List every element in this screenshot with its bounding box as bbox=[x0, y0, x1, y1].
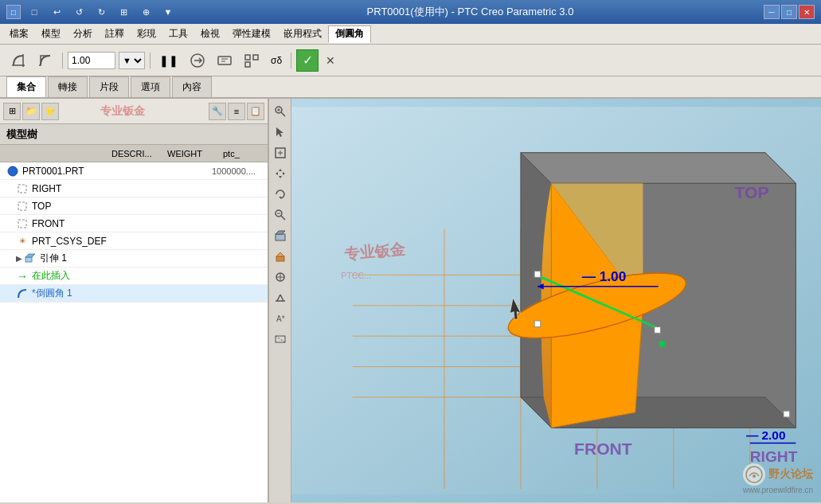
svg-marker-26 bbox=[283, 172, 285, 175]
vt-rotate[interactable] bbox=[271, 185, 290, 204]
svg-text:— 1.00: — 1.00 bbox=[582, 268, 627, 284]
watermark-text: 专业钣金 bbox=[100, 104, 145, 119]
svg-rect-6 bbox=[245, 55, 250, 60]
lt-btn-1[interactable]: ⊞ bbox=[3, 103, 21, 120]
svg-marker-32 bbox=[276, 231, 285, 234]
maximize-button[interactable]: □ bbox=[781, 5, 797, 19]
tree-item-csys[interactable]: ✳ PRT_CSYS_DEF bbox=[0, 232, 268, 250]
menu-analysis[interactable]: 分析 bbox=[67, 25, 99, 43]
vt-section[interactable] bbox=[271, 330, 290, 349]
tree-item-top[interactable]: TOP bbox=[0, 197, 268, 215]
right-label: RIGHT bbox=[32, 183, 268, 194]
preview-button[interactable] bbox=[213, 49, 237, 72]
vt-select[interactable] bbox=[271, 123, 290, 142]
svg-text:— 2.00: — 2.00 bbox=[746, 428, 785, 442]
svg-rect-12 bbox=[18, 220, 26, 228]
csys-icon: ✳ bbox=[16, 235, 29, 248]
tree-items: PRT0001.PRT 1000000.... RIGHT TOP bbox=[0, 162, 268, 502]
svg-rect-13 bbox=[25, 257, 32, 262]
lt-btn-3[interactable]: ⭐ bbox=[41, 103, 59, 120]
tab-segment[interactable]: 片段 bbox=[89, 76, 129, 97]
tree-item-extrude1[interactable]: ▶ 引伸 1 bbox=[0, 250, 268, 268]
toolbar-extra[interactable]: ⊞ bbox=[115, 3, 132, 21]
vt-display-style[interactable] bbox=[271, 247, 290, 266]
cancel-button[interactable]: ✕ bbox=[322, 52, 339, 69]
svg-marker-19 bbox=[276, 127, 283, 137]
lt-btn-4[interactable]: 🔧 bbox=[209, 103, 226, 120]
vt-zoom-fit[interactable] bbox=[271, 143, 290, 162]
top-label: TOP bbox=[32, 201, 268, 212]
fillet-type-1[interactable] bbox=[6, 49, 30, 72]
lt-btn-2[interactable]: 📁 bbox=[22, 103, 40, 120]
vt-zoom-in[interactable] bbox=[271, 102, 290, 121]
left-panel: ⊞ 📁 ⭐ 专业钣金 🔧 ≡ 📋 模型樹 DESCRI... WEIGHT pt… bbox=[0, 99, 269, 502]
tab-transition[interactable]: 轉接 bbox=[48, 76, 88, 97]
col-ptc: ptc_ bbox=[223, 149, 255, 158]
toolbar-open[interactable]: ↩ bbox=[48, 3, 65, 21]
tab-content[interactable]: 內容 bbox=[172, 76, 212, 97]
menu-render[interactable]: 彩現 bbox=[131, 25, 162, 43]
logo-url: www.proewildfire.cn bbox=[743, 486, 813, 494]
section-view[interactable]: σδ bbox=[267, 49, 286, 72]
menu-fillet[interactable]: 倒圓角 bbox=[328, 25, 371, 43]
csys-label: PRT_CSYS_DEF bbox=[32, 236, 268, 247]
close-button[interactable]: ✕ bbox=[799, 5, 815, 19]
viewport[interactable]: — 1.00 — 2.00 TOP FRONT RIGHT 专业钣金 PTCC.… bbox=[291, 99, 821, 502]
prt-value: 1000000.... bbox=[212, 166, 268, 176]
menu-model[interactable]: 模型 bbox=[35, 25, 67, 43]
menu-view[interactable]: 檢視 bbox=[194, 25, 226, 43]
left-toolbar: ⊞ 📁 ⭐ 专业钣金 🔧 ≡ 📋 bbox=[0, 99, 268, 124]
tab-set[interactable]: 集合 bbox=[6, 76, 46, 97]
radius-dropdown[interactable]: ▼ bbox=[119, 52, 145, 69]
svg-rect-7 bbox=[253, 55, 258, 60]
toolbar-more[interactable]: ⊕ bbox=[137, 3, 154, 21]
vt-perspective[interactable] bbox=[271, 288, 290, 307]
logo-watermark: 野火论坛 www.proewildfire.cn bbox=[743, 463, 813, 494]
svg-marker-34 bbox=[276, 252, 284, 256]
lt-btn-6[interactable]: 📋 bbox=[247, 103, 264, 120]
menu-file[interactable]: 檔案 bbox=[3, 25, 35, 43]
svg-point-80 bbox=[753, 475, 756, 478]
vt-view-orient[interactable] bbox=[271, 226, 290, 245]
pause-button[interactable]: ❚❚ bbox=[155, 49, 182, 72]
fillet-type-2[interactable] bbox=[33, 49, 57, 72]
vt-annotation[interactable]: A* bbox=[271, 309, 290, 328]
accept-button[interactable]: ✓ bbox=[296, 49, 319, 72]
tab-options[interactable]: 選項 bbox=[131, 76, 170, 97]
svg-line-29 bbox=[281, 216, 285, 220]
col-headers: DESCRI... WEIGHT ptc_ bbox=[0, 145, 268, 162]
svg-rect-31 bbox=[276, 234, 285, 240]
tree-item-fillet1[interactable]: *倒圓角 1 bbox=[0, 285, 268, 303]
menu-flexible[interactable]: 彈性建模 bbox=[226, 25, 277, 43]
title-bar: □ □ ↩ ↺ ↻ ⊞ ⊕ ▼ PRT0001(使用中) - PTC Creo … bbox=[0, 0, 821, 24]
svg-text:TOP: TOP bbox=[735, 183, 769, 201]
lt-right-btns: 🔧 ≡ 📋 bbox=[209, 103, 264, 120]
vt-pan[interactable] bbox=[271, 164, 290, 183]
toolbar-redo[interactable]: ↻ bbox=[92, 3, 110, 21]
svg-line-16 bbox=[281, 112, 285, 116]
menu-tools[interactable]: 工具 bbox=[162, 25, 194, 43]
front-label: FRONT bbox=[32, 218, 268, 229]
menu-apps[interactable]: 嵌用程式 bbox=[277, 25, 328, 43]
menu-annotation[interactable]: 註釋 bbox=[99, 25, 131, 43]
separator-1 bbox=[62, 53, 63, 68]
prt-icon bbox=[6, 165, 19, 178]
radius-input[interactable] bbox=[68, 52, 115, 69]
tree-item-prt0001[interactable]: PRT0001.PRT 1000000.... bbox=[0, 162, 268, 180]
toolbar-save[interactable]: □ bbox=[25, 3, 43, 21]
toolbar-undo[interactable]: ↺ bbox=[70, 3, 88, 21]
tree-item-insert[interactable]: → 在此插入 bbox=[0, 268, 268, 285]
feature-options[interactable] bbox=[240, 49, 264, 72]
tree-item-right[interactable]: RIGHT bbox=[0, 180, 268, 197]
flip-button[interactable] bbox=[186, 49, 209, 72]
col-descri: DESCRI... bbox=[111, 149, 167, 158]
lt-btn-5[interactable]: ≡ bbox=[228, 103, 245, 120]
vt-zoom-out[interactable] bbox=[271, 205, 290, 225]
window-controls[interactable]: ─ □ ✕ bbox=[764, 5, 815, 19]
minimize-button[interactable]: ─ bbox=[764, 5, 780, 19]
toolbar-dropdown[interactable]: ▼ bbox=[159, 3, 177, 21]
tree-item-front[interactable]: FRONT bbox=[0, 215, 268, 232]
vt-datum-toggle[interactable] bbox=[271, 268, 290, 287]
svg-rect-65 bbox=[784, 411, 790, 417]
prt-label: PRT0001.PRT bbox=[22, 166, 212, 177]
